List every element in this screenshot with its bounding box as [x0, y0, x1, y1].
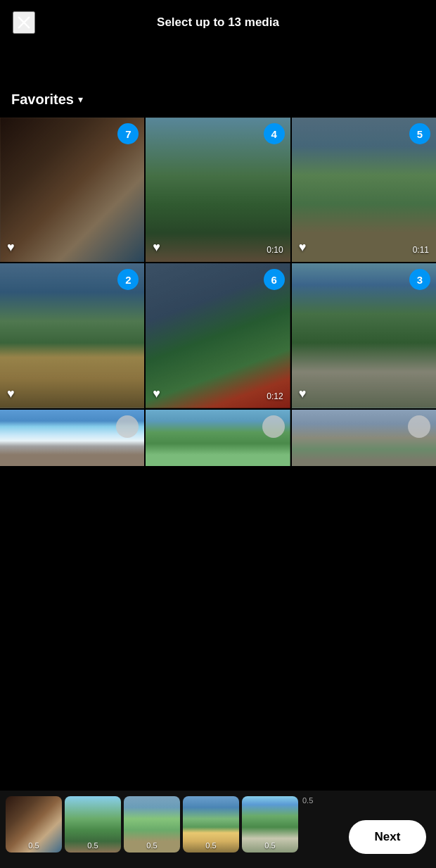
filmstrip-item-5[interactable]: 0.5 — [242, 796, 298, 853]
heart-icon-2: ♥ — [153, 240, 160, 255]
partial-row — [0, 410, 436, 466]
chevron-down-icon: ▾ — [78, 94, 83, 105]
unselected-circle-3 — [408, 415, 430, 438]
grid-item-3[interactable]: 5 ♥ 0:11 — [292, 118, 436, 262]
grid-item-2[interactable]: 4 ♥ 0:10 — [146, 118, 290, 262]
grid-item-1[interactable]: 7 ♥ — [0, 118, 144, 262]
unselected-circle-2 — [262, 415, 285, 438]
partial-item-1[interactable] — [0, 410, 144, 466]
grid-item-5[interactable]: 6 ♥ 0:12 — [146, 263, 290, 408]
filmstrip-item-1[interactable]: 0.5 — [6, 796, 62, 853]
next-button[interactable]: Next — [349, 820, 426, 854]
duration-badge-3: 0:11 — [413, 245, 429, 255]
selection-badge-1: 7 — [117, 123, 139, 144]
filmstrip-item-2[interactable]: 0.5 — [65, 796, 121, 853]
heart-icon-6: ♥ — [299, 386, 307, 401]
favorites-label: Favorites — [11, 92, 74, 108]
filmstrip-duration-3: 0.5 — [146, 841, 157, 850]
filmstrip-duration-5: 0.5 — [264, 841, 275, 850]
filmstrip-item-3[interactable]: 0.5 — [124, 796, 180, 853]
favorites-bar[interactable]: Favorites ▾ — [0, 84, 436, 115]
heart-icon-1: ♥ — [7, 240, 15, 255]
top-spacer — [0, 45, 436, 84]
filmstrip-extra-duration: 0.5 — [302, 796, 313, 807]
filmstrip-duration-1: 0.5 — [28, 841, 39, 850]
selection-badge-4: 2 — [117, 269, 139, 290]
filmstrip-item-4[interactable]: 0.5 — [183, 796, 239, 853]
selection-badge-3: 5 — [409, 123, 430, 144]
header: Select up to 13 media — [0, 0, 436, 45]
grid-item-4[interactable]: 2 ♥ — [0, 263, 144, 408]
unselected-circle-1 — [116, 415, 139, 438]
heart-icon-3: ♥ — [299, 240, 307, 255]
heart-icon-5: ♥ — [153, 386, 160, 401]
filmstrip-duration-4: 0.5 — [205, 841, 216, 850]
selection-badge-2: 4 — [264, 123, 285, 144]
header-title: Select up to 13 media — [157, 15, 279, 30]
filmstrip: 0.5 0.5 0.5 0.5 0.5 0.5 Next — [0, 791, 436, 868]
filmstrip-duration-2: 0.5 — [87, 841, 98, 850]
grid-item-6[interactable]: 3 ♥ — [292, 263, 436, 408]
duration-badge-2: 0:10 — [267, 245, 283, 255]
close-button[interactable] — [13, 11, 35, 34]
media-grid: 7 ♥ 4 ♥ 0:10 5 ♥ 0:11 2 ♥ 6 ♥ 0:12 3 ♥ — [0, 118, 436, 408]
heart-icon-4: ♥ — [7, 386, 15, 401]
partial-item-2[interactable] — [146, 410, 290, 466]
selection-badge-5: 6 — [264, 269, 285, 290]
duration-badge-5: 0:12 — [267, 391, 283, 401]
partial-item-3[interactable] — [292, 410, 436, 466]
selection-badge-6: 3 — [409, 269, 430, 290]
